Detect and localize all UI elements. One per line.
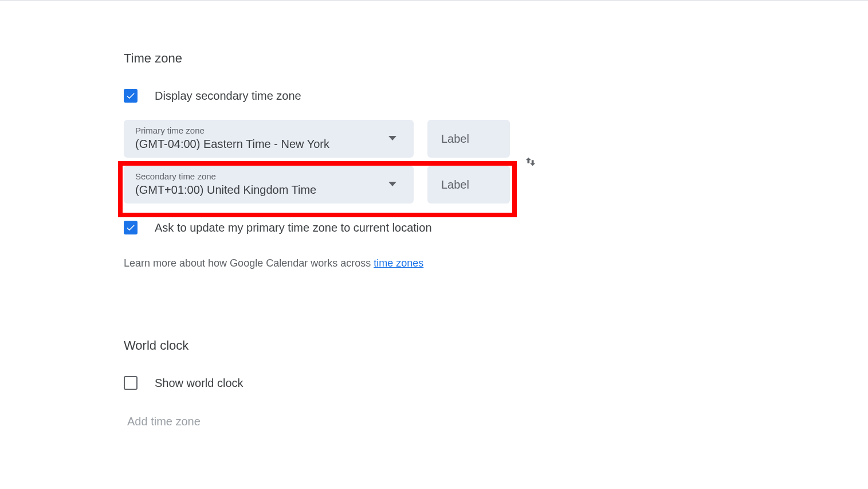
help-prefix: Learn more about how Google Calendar wor… [124,257,374,269]
primary-tz-select[interactable]: Primary time zone (GMT-04:00) Eastern Ti… [124,120,414,158]
show-worldclock-label: Show world clock [155,377,243,390]
ask-update-row: Ask to update my primary time zone to cu… [124,221,868,234]
secondary-tz-label: Secondary time zone [135,171,316,181]
swap-timezones-button[interactable] [523,154,539,170]
timezone-selectors: Primary time zone (GMT-04:00) Eastern Ti… [124,120,510,204]
ask-update-label: Ask to update my primary time zone to cu… [155,221,432,234]
worldclock-section: World clock Show world clock Add time zo… [124,338,868,428]
show-worldclock-row: Show world clock [124,376,868,390]
show-worldclock-checkbox[interactable] [124,376,138,390]
secondary-tz-select[interactable]: Secondary time zone (GMT+01:00) United K… [124,166,414,204]
timezone-help-link[interactable]: time zones [374,257,423,269]
primary-tz-label-input[interactable]: Label [427,120,510,158]
swap-icon [524,155,537,168]
check-icon [125,222,136,233]
display-secondary-checkbox[interactable] [124,89,138,103]
ask-update-checkbox[interactable] [124,221,138,234]
display-secondary-label: Display secondary time zone [155,89,301,103]
secondary-tz-row: Secondary time zone (GMT+01:00) United K… [124,166,510,204]
timezone-section: Time zone Display secondary time zone Pr… [124,51,868,269]
timezone-help-text: Learn more about how Google Calendar wor… [124,257,868,269]
secondary-tz-value: (GMT+01:00) United Kingdom Time [135,183,316,197]
primary-tz-label: Primary time zone [135,126,329,135]
chevron-down-icon [388,136,396,140]
secondary-tz-label-input[interactable]: Label [427,166,510,204]
display-secondary-row: Display secondary time zone [124,89,868,103]
worldclock-title: World clock [124,338,868,353]
add-timezone-button: Add time zone [127,415,868,428]
timezone-title: Time zone [124,51,868,66]
primary-tz-value: (GMT-04:00) Eastern Time - New York [135,138,329,151]
primary-tz-row: Primary time zone (GMT-04:00) Eastern Ti… [124,120,510,158]
check-icon [125,91,136,101]
chevron-down-icon [388,182,396,186]
